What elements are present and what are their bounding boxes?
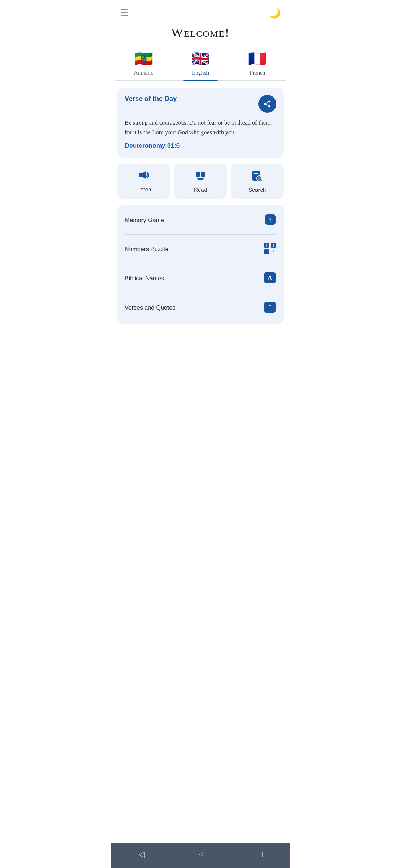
tab-french[interactable]: 🇫🇷 French (229, 47, 286, 80)
verse-of-day-label: Verse of the Day (125, 95, 177, 103)
numbers-puzzle-icon: 1 2 3 + (264, 242, 276, 256)
search-label: Search (248, 187, 266, 193)
recent-apps-button[interactable]: □ (250, 848, 270, 861)
french-label: French (250, 70, 265, 76)
svg-line-4 (266, 102, 268, 103)
share-icon (263, 100, 271, 108)
svg-text:2: 2 (273, 244, 274, 247)
share-button[interactable] (258, 95, 276, 113)
read-icon (195, 170, 206, 183)
biblical-names-label: Biblical Names (125, 275, 164, 282)
read-label: Read (194, 187, 207, 193)
svg-text:": " (268, 303, 272, 311)
tab-english[interactable]: 🇬🇧 English (172, 47, 229, 80)
amharic-label: Amharic (134, 70, 153, 76)
language-tabs: 🇪🇹 Amharic 🇬🇧 English 🇫🇷 French (115, 47, 286, 81)
svg-text:A: A (268, 274, 273, 282)
menu-card: Memory Game ? Numbers Puzzle 1 2 3 + (117, 205, 284, 324)
verses-quotes-item[interactable]: Verses and Quotes " (125, 293, 276, 322)
hamburger-menu-icon[interactable]: ☰ (120, 9, 129, 18)
memory-game-icon: ? (264, 214, 276, 227)
verse-of-day-card: Verse of the Day Be strong and courageou… (117, 88, 284, 158)
svg-text:3: 3 (266, 250, 268, 254)
biblical-names-item[interactable]: Biblical Names A (125, 264, 276, 293)
verse-text: Be strong and courageous. Do not fear or… (125, 118, 276, 137)
numbers-puzzle-label: Numbers Puzzle (125, 246, 168, 253)
svg-text:1: 1 (266, 244, 268, 247)
memory-game-label: Memory Game (125, 217, 164, 224)
verses-quotes-icon: " (264, 301, 276, 315)
svg-point-1 (264, 103, 267, 105)
tab-amharic[interactable]: 🇪🇹 Amharic (115, 47, 172, 80)
listen-icon (138, 170, 149, 183)
svg-rect-9 (197, 178, 204, 179)
svg-line-13 (261, 180, 263, 181)
biblical-names-icon: A (264, 272, 276, 286)
english-flag-icon: 🇬🇧 (191, 50, 210, 68)
page-title: Welcome! (111, 23, 290, 47)
verses-quotes-label: Verses and Quotes (125, 305, 175, 311)
bottom-navigation: ◁ ○ □ (111, 843, 290, 868)
svg-point-16 (258, 177, 261, 180)
svg-line-3 (266, 104, 268, 106)
svg-marker-6 (143, 171, 146, 179)
french-flag-icon: 🇫🇷 (248, 50, 267, 68)
memory-game-item[interactable]: Memory Game ? (125, 206, 276, 235)
home-button[interactable]: ○ (191, 848, 211, 861)
main-content: Verse of the Day Be strong and courageou… (111, 81, 290, 590)
svg-point-2 (268, 105, 271, 108)
read-button[interactable]: Read (174, 164, 227, 199)
top-bar: ☰ 🌙 (111, 0, 290, 23)
svg-text:+: + (272, 248, 275, 254)
listen-button[interactable]: Listen (117, 164, 170, 199)
verse-card-header: Verse of the Day (125, 95, 276, 113)
action-buttons: Listen Read (117, 164, 284, 199)
amharic-flag-icon: 🇪🇹 (134, 50, 153, 68)
svg-rect-10 (198, 179, 203, 180)
svg-rect-7 (196, 172, 200, 177)
svg-text:?: ? (269, 217, 272, 223)
verse-reference: Deuteronomy 31:6 (125, 142, 180, 149)
dark-mode-toggle[interactable]: 🌙 (269, 7, 281, 19)
back-button[interactable]: ◁ (131, 848, 152, 861)
numbers-puzzle-item[interactable]: Numbers Puzzle 1 2 3 + (125, 235, 276, 264)
listen-label: Listen (136, 186, 151, 193)
svg-marker-5 (139, 173, 143, 177)
svg-point-0 (268, 101, 271, 103)
search-icon (252, 170, 263, 183)
svg-rect-8 (201, 172, 205, 177)
english-label: English (192, 70, 209, 76)
search-button[interactable]: Search (231, 164, 284, 199)
